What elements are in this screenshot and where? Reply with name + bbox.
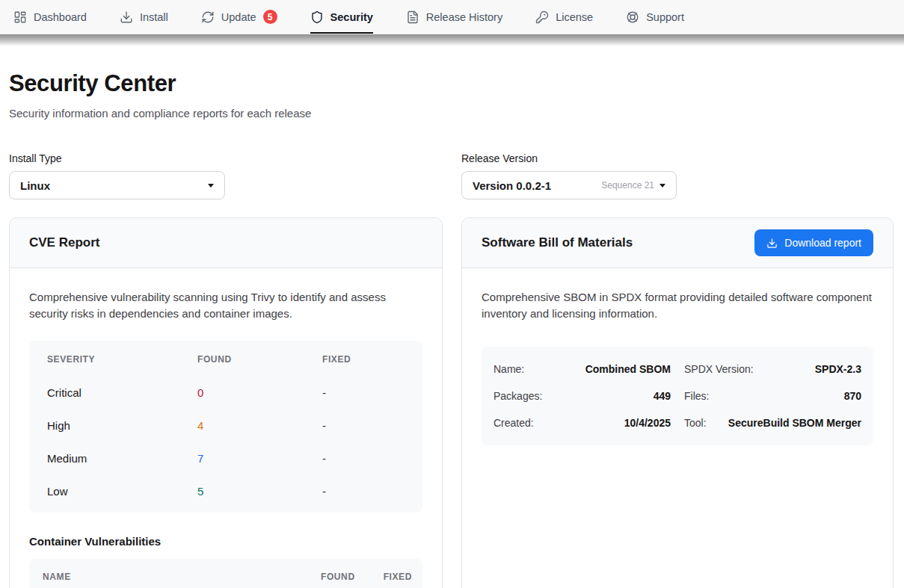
dashboard-grid-icon xyxy=(13,10,27,24)
found-count: 4 xyxy=(197,419,322,432)
severity-table: SEVERITY FOUND FIXED Critical 0 - High 4… xyxy=(29,341,422,513)
info-value: Combined SBOM xyxy=(585,363,671,375)
sequence-label: Sequence 21 xyxy=(601,180,654,191)
chevron-down-icon xyxy=(208,184,214,188)
sbom-description: Comprehensive SBOM in SPDX format provid… xyxy=(482,289,873,322)
col-fixed: FIXED xyxy=(384,572,412,582)
sbom-card-title: Software Bill of Materials xyxy=(482,235,633,250)
found-count: 0 xyxy=(197,386,322,399)
info-label: Name: xyxy=(493,363,524,375)
nav-label: Update xyxy=(221,11,256,23)
found-count: 7 xyxy=(197,452,322,465)
nav-label: Security xyxy=(330,11,373,23)
install-type-field: Install Type Linux xyxy=(9,152,443,199)
col-fixed: FIXED xyxy=(322,354,422,365)
container-vulnerabilities-header: NAME FOUND FIXED xyxy=(29,559,422,588)
info-value: 870 xyxy=(844,390,861,402)
top-nav: Dashboard Install Update 5 Security Rele… xyxy=(0,0,904,34)
nav-item-release-history[interactable]: Release History xyxy=(406,0,502,34)
severity-row-critical: Critical 0 - xyxy=(29,377,422,409)
nav-label: License xyxy=(556,11,593,23)
release-version-label: Release Version xyxy=(461,152,894,164)
nav-item-support[interactable]: Support xyxy=(626,0,684,34)
filters-row: Install Type Linux Release Version Versi… xyxy=(9,152,895,199)
page-subtitle: Security information and compliance repo… xyxy=(9,107,895,120)
col-found: FOUND xyxy=(321,572,355,582)
sbom-info-grid: Name: Combined SBOM SPDX Version: SPDX-2… xyxy=(482,347,873,445)
nav-label: Dashboard xyxy=(34,11,87,23)
info-label: SPDX Version: xyxy=(684,363,754,375)
severity-name: Medium xyxy=(47,452,197,465)
cve-card-body: Comprehensive vulnerability scanning usi… xyxy=(10,268,442,588)
nav-item-dashboard[interactable]: Dashboard xyxy=(13,0,87,34)
download-report-button[interactable]: Download report xyxy=(754,229,873,256)
sbom-info-files: Files: 870 xyxy=(684,383,861,409)
nav-item-license[interactable]: License xyxy=(535,0,593,34)
sbom-info-packages: Packages: 449 xyxy=(493,383,671,409)
severity-name: Low xyxy=(47,485,197,498)
found-count: 5 xyxy=(197,485,322,498)
cve-card-title: CVE Report xyxy=(29,235,99,250)
page-title: Security Center xyxy=(9,70,895,97)
severity-row-medium: Medium 7 - xyxy=(29,442,422,475)
cve-description: Comprehensive vulnerability scanning usi… xyxy=(29,289,422,322)
sbom-info-spdx-version: SPDX Version: SPDX-2.3 xyxy=(684,356,861,383)
fixed-count: - xyxy=(322,485,422,498)
chevron-down-icon xyxy=(659,184,665,188)
severity-table-header: SEVERITY FOUND FIXED xyxy=(29,342,422,377)
col-severity: SEVERITY xyxy=(47,354,197,365)
info-label: Created: xyxy=(493,417,534,429)
key-icon xyxy=(535,10,549,24)
nav-item-update[interactable]: Update 5 xyxy=(201,0,277,34)
nav-shadow-divider xyxy=(0,34,904,46)
fixed-count: - xyxy=(322,386,422,399)
container-vulnerabilities-title: Container Vulnerabilities xyxy=(29,535,422,548)
sbom-card: Software Bill of Materials Download repo… xyxy=(461,217,894,588)
severity-row-high: High 4 - xyxy=(29,409,422,442)
sbom-card-header: Software Bill of Materials Download repo… xyxy=(462,218,893,268)
download-report-label: Download report xyxy=(784,237,861,249)
info-value: SPDX-2.3 xyxy=(815,363,861,375)
info-label: Files: xyxy=(684,390,709,402)
nav-item-install[interactable]: Install xyxy=(120,0,168,34)
severity-name: Critical xyxy=(47,386,197,399)
release-version-value: Version 0.0.2-1 xyxy=(473,179,551,192)
life-buoy-icon xyxy=(626,10,639,24)
info-value: 449 xyxy=(654,390,671,402)
cve-report-card: CVE Report Comprehensive vulnerability s… xyxy=(9,217,443,588)
install-type-select[interactable]: Linux xyxy=(9,171,225,199)
nav-label: Release History xyxy=(426,11,502,23)
severity-row-low: Low 5 - xyxy=(29,475,422,508)
col-found: FOUND xyxy=(197,354,322,365)
info-value: SecureBuild SBOM Merger xyxy=(728,417,861,429)
col-name: NAME xyxy=(43,572,71,582)
shield-icon xyxy=(310,10,324,24)
cards-grid: CVE Report Comprehensive vulnerability s… xyxy=(9,217,895,588)
download-icon xyxy=(766,238,778,249)
sbom-info-created: Created: 10/4/2025 xyxy=(493,409,671,436)
release-version-select[interactable]: Version 0.0.2-1 Sequence 21 xyxy=(461,171,677,199)
file-text-icon xyxy=(406,10,419,24)
refresh-icon xyxy=(201,10,215,24)
nav-label: Support xyxy=(646,11,684,23)
update-count-badge: 5 xyxy=(263,10,277,24)
nav-label: Install xyxy=(140,11,168,23)
sbom-info-tool: Tool: SecureBuild SBOM Merger xyxy=(684,409,861,436)
install-type-label: Install Type xyxy=(9,152,443,164)
download-icon xyxy=(120,10,133,24)
sbom-info-name: Name: Combined SBOM xyxy=(493,356,671,383)
fixed-count: - xyxy=(322,419,422,432)
info-value: 10/4/2025 xyxy=(624,417,671,429)
install-type-value: Linux xyxy=(20,179,50,192)
sbom-card-body: Comprehensive SBOM in SPDX format provid… xyxy=(462,268,893,466)
nav-item-security[interactable]: Security xyxy=(310,0,373,34)
cve-card-header: CVE Report xyxy=(10,218,442,268)
release-version-field: Release Version Version 0.0.2-1 Sequence… xyxy=(461,152,894,199)
info-label: Packages: xyxy=(493,390,542,402)
severity-name: High xyxy=(47,419,197,432)
info-label: Tool: xyxy=(684,417,707,429)
fixed-count: - xyxy=(322,452,422,465)
